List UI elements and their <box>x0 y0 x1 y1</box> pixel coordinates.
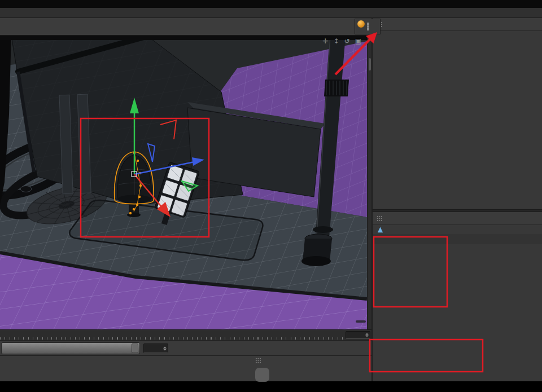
right-panel <box>371 18 542 381</box>
pan-view-icon[interactable]: ✛ <box>322 37 328 45</box>
range-slider-grip[interactable] <box>132 343 138 353</box>
axis-lock-y[interactable] <box>367 25 380 28</box>
attribute-tabs <box>373 234 542 244</box>
object-manager-menu <box>373 18 542 31</box>
attribute-manager-grip-icon[interactable] <box>377 215 383 222</box>
attribute-title-row <box>373 225 542 234</box>
coordinate-system-icon[interactable] <box>357 20 365 28</box>
cone-icon <box>377 226 384 234</box>
axis-lock-x[interactable] <box>367 23 380 25</box>
viewport-3d-scene[interactable] <box>0 36 367 329</box>
attribute-manager-menu <box>373 212 542 225</box>
panel-splitter[interactable] <box>367 36 371 329</box>
object-manager-list <box>373 31 542 209</box>
grid-spacing-label <box>356 320 366 323</box>
viewport-top-edge <box>0 36 367 40</box>
timeline-range-slider[interactable] <box>1 342 140 354</box>
bottom-bar <box>0 355 371 381</box>
current-frame-field[interactable] <box>143 343 168 353</box>
toggle-view-icon[interactable]: ▣ <box>355 37 361 45</box>
zoom-view-icon[interactable]: ↕ <box>334 37 339 45</box>
main-toolbar <box>0 18 373 36</box>
axis-lock-z[interactable] <box>367 28 380 30</box>
timeline-ruler[interactable] <box>0 329 371 340</box>
bottom-black-bar <box>0 381 542 392</box>
viewport-3d[interactable]: ✛ ↕ ↺ ▣ <box>0 36 367 329</box>
coords-grip-icon[interactable] <box>255 358 261 364</box>
rotate-view-icon[interactable]: ↺ <box>344 37 350 45</box>
transport-bar <box>0 340 371 355</box>
watermark <box>255 368 270 382</box>
end-frame-field[interactable] <box>346 331 370 339</box>
viewport-nav-icons: ✛ ↕ ↺ ▣ <box>322 37 361 45</box>
timeline-ticks <box>0 337 344 340</box>
coordinates-panel <box>253 356 371 382</box>
axis-lock-widget[interactable] <box>355 19 381 34</box>
main-menu-bar <box>0 8 542 18</box>
cinema4d-window: ✛ ↕ ↺ ▣ <box>0 0 542 392</box>
